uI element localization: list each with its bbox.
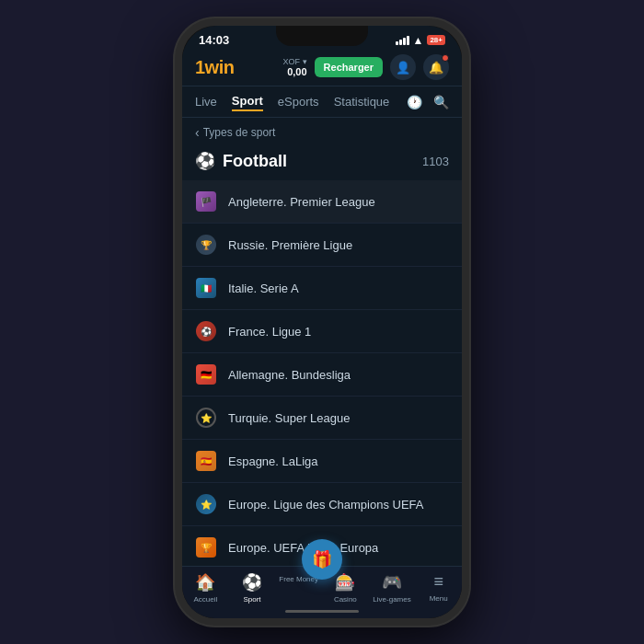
league-logo-ita: 🇮🇹 xyxy=(195,277,217,299)
bottom-nav-menu[interactable]: ≡ Menu xyxy=(415,572,462,604)
tab-sport[interactable]: Sport xyxy=(232,92,263,111)
status-time: 14:03 xyxy=(199,33,229,47)
battery-badge: 28+ xyxy=(427,35,445,45)
section-count: 1103 xyxy=(422,155,449,168)
league-item-turquie[interactable]: ⭐ Turquie. Super League xyxy=(182,397,462,440)
league-name: Espagne. LaLiga xyxy=(228,454,318,468)
wifi-icon: ▲ xyxy=(413,34,424,47)
currency-code: XOF ▾ xyxy=(283,57,307,66)
app-logo: 1win xyxy=(195,57,234,78)
header-right: XOF ▾ 0,00 Recharger 👤 🔔 xyxy=(283,54,449,80)
league-logo-tur: ⭐ xyxy=(195,407,217,429)
recharge-button[interactable]: Recharger xyxy=(315,57,383,77)
bottom-nav-label-accueil: Accueil xyxy=(193,595,217,604)
league-name: Italie. Serie A xyxy=(228,282,299,295)
casino-icon: 🎰 xyxy=(335,572,355,592)
nav-tabs: Live Sport eSports Statistique 🕐 🔍 xyxy=(182,86,462,118)
section-header: ⚽ Football 1103 xyxy=(182,147,462,180)
phone-frame: 14:03 ▲ 28+ 1win XOF ▾ 0,00 Recha xyxy=(175,18,469,626)
league-name: Angleterre. Premier League xyxy=(228,195,375,209)
breadcrumb[interactable]: ‹ Types de sport xyxy=(182,118,462,147)
league-logo-rus: 🏆 xyxy=(195,234,217,256)
controller-icon: 🎮 xyxy=(382,572,402,592)
league-name: Russie. Première Ligue xyxy=(228,238,352,252)
home-icon: 🏠 xyxy=(195,572,215,592)
search-icon[interactable]: 🔍 xyxy=(433,95,449,109)
notification-dot xyxy=(442,54,449,62)
tab-statistique[interactable]: Statistique xyxy=(334,93,390,110)
app-header: 1win XOF ▾ 0,00 Recharger 👤 🔔 xyxy=(182,51,462,86)
bottom-nav-livegames[interactable]: 🎮 Live-games xyxy=(369,572,416,604)
currency-block: XOF ▾ 0,00 xyxy=(283,57,307,77)
section-name: Football xyxy=(223,152,287,171)
bottom-nav-sport[interactable]: ⚽ Sport xyxy=(229,572,276,604)
league-logo-fra: ⚽ xyxy=(195,320,217,342)
league-item-espagne[interactable]: 🇪🇸 Espagne. LaLiga xyxy=(182,440,462,483)
league-logo-ucl: ⭐ xyxy=(195,493,217,515)
league-item-france[interactable]: ⚽ France. Ligue 1 xyxy=(182,310,462,353)
free-money-button[interactable]: 🎁 xyxy=(302,539,342,580)
screen: 14:03 ▲ 28+ 1win XOF ▾ 0,00 Recha xyxy=(182,26,462,618)
league-name: Allemagne. Bundesliga xyxy=(228,368,351,382)
bottom-nav-label-menu: Menu xyxy=(430,594,448,603)
league-item-russie[interactable]: 🏆 Russie. Première Ligue xyxy=(182,224,462,267)
home-indicator xyxy=(285,610,359,613)
league-logo-ger: 🇩🇪 xyxy=(195,363,217,385)
league-logo-esp: 🇪🇸 xyxy=(195,450,217,472)
tab-esports[interactable]: eSports xyxy=(278,93,319,110)
breadcrumb-label: Types de sport xyxy=(203,126,276,139)
signal-icon xyxy=(396,36,409,45)
menu-icon: ≡ xyxy=(433,572,443,592)
history-icon[interactable]: 🕐 xyxy=(407,95,422,109)
football-icon: ⚽ xyxy=(195,151,215,171)
status-icons: ▲ 28+ xyxy=(396,34,445,47)
league-item-allemagne[interactable]: 🇩🇪 Allemagne. Bundesliga xyxy=(182,353,462,397)
bottom-nav-label-livegames: Live-games xyxy=(373,595,410,604)
league-name: Europe. Ligue des Champions UEFA xyxy=(228,498,423,512)
bottom-nav-accueil[interactable]: 🏠 Accueil xyxy=(182,572,229,604)
league-item-italie[interactable]: 🇮🇹 Italie. Serie A xyxy=(182,267,462,310)
bottom-nav-label-sport: Sport xyxy=(243,595,260,604)
profile-icon[interactable]: 👤 xyxy=(390,54,416,80)
notch xyxy=(276,26,368,46)
league-name: Turquie. Super League xyxy=(228,411,351,425)
nav-icons: 🕐 🔍 xyxy=(407,95,449,109)
league-item-premier-league[interactable]: 🏴 Angleterre. Premier League xyxy=(182,180,462,224)
sport-icon: ⚽ xyxy=(242,572,262,592)
tab-live[interactable]: Live xyxy=(195,93,217,110)
section-title: ⚽ Football xyxy=(195,151,287,171)
notification-icon[interactable]: 🔔 xyxy=(423,54,449,80)
currency-amount: 0,00 xyxy=(283,66,307,77)
league-logo-uel: 🏆 xyxy=(195,536,217,558)
league-item-ucl[interactable]: ⭐ Europe. Ligue des Champions UEFA xyxy=(182,483,462,526)
bottom-nav-label-casino: Casino xyxy=(334,595,357,604)
league-name: France. Ligue 1 xyxy=(228,325,311,339)
back-arrow-icon: ‹ xyxy=(195,125,200,140)
league-logo-eng: 🏴 xyxy=(195,190,217,213)
